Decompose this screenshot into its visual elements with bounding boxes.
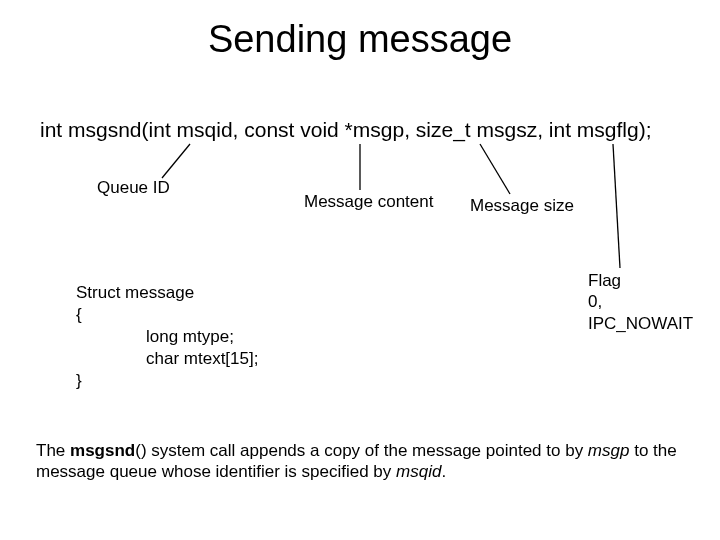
- label-message-size: Message size: [470, 196, 574, 216]
- struct-line-1: Struct message: [76, 282, 258, 304]
- desc-post-fn: () system call appends a copy of the mes…: [135, 441, 588, 460]
- flag-line-3: IPC_NOWAIT: [588, 314, 693, 333]
- flag-line-2: 0,: [588, 292, 602, 311]
- desc-msqid: msqid: [396, 462, 441, 481]
- svg-line-2: [480, 144, 510, 194]
- struct-definition: Struct message { long mtype; char mtext[…: [76, 282, 258, 392]
- label-flag: Flag 0, IPC_NOWAIT: [588, 270, 693, 334]
- desc-fn: msgsnd: [70, 441, 135, 460]
- slide-title: Sending message: [0, 18, 720, 61]
- svg-line-3: [613, 144, 620, 268]
- desc-end: .: [441, 462, 446, 481]
- struct-line-2: {: [76, 304, 258, 326]
- struct-line-5: }: [76, 370, 258, 392]
- struct-line-4: char mtext[15];: [76, 348, 258, 370]
- desc-msgp: msgp: [588, 441, 630, 460]
- function-signature: int msgsnd(int msqid, const void *msgp, …: [40, 118, 652, 142]
- flag-line-1: Flag: [588, 271, 621, 290]
- desc-pre: The: [36, 441, 70, 460]
- svg-line-0: [162, 144, 190, 178]
- label-queue-id: Queue ID: [97, 178, 170, 198]
- label-message-content: Message content: [304, 192, 433, 212]
- slide: Sending message int msgsnd(int msqid, co…: [0, 0, 720, 540]
- description-paragraph: The msgsnd() system call appends a copy …: [36, 440, 684, 483]
- struct-line-3: long mtype;: [76, 326, 258, 348]
